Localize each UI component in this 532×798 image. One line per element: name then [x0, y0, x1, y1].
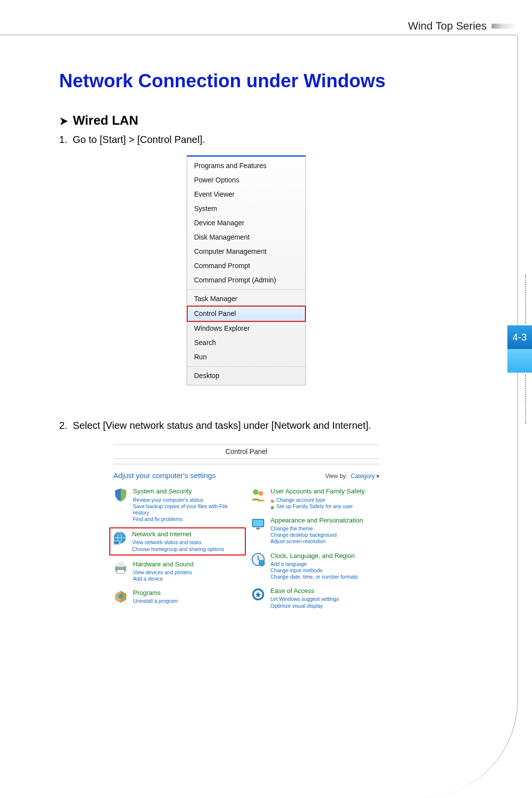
- section-heading-text: Wired LAN: [73, 113, 138, 128]
- svg-point-15: [259, 559, 265, 566]
- header-bar-icon: [492, 24, 517, 29]
- cp-category-head[interactable]: Clock, Language, and Region: [270, 552, 358, 560]
- start-menu: Programs and FeaturesPower OptionsEvent …: [187, 155, 306, 385]
- menu-item[interactable]: Computer Management: [187, 244, 305, 259]
- cp-sublink[interactable]: Review your computer's status: [133, 497, 242, 503]
- printer-icon: [113, 560, 128, 575]
- cp-category: System and SecurityReview your computer'…: [113, 487, 242, 522]
- cp-sublink[interactable]: Choose homegroup and sharing options: [132, 546, 224, 553]
- box-icon: [113, 589, 128, 604]
- cp-category: Appearance and PersonalizationChange the…: [251, 517, 379, 545]
- shield-icon: [113, 487, 128, 502]
- cp-category-head[interactable]: Appearance and Personalization: [270, 517, 363, 524]
- cp-category: Ease of AccessLet Windows suggest settin…: [251, 587, 379, 609]
- menu-item[interactable]: Disk Management: [187, 230, 305, 244]
- chevron-right-icon: ➤: [60, 115, 67, 128]
- cp-sublink[interactable]: Add a device: [133, 576, 194, 582]
- bullet-icon: [270, 505, 274, 509]
- start-menu-figure: Programs and FeaturesPower OptionsEvent …: [59, 155, 433, 385]
- cp-category: Clock, Language, and RegionAdd a languag…: [251, 552, 379, 581]
- cp-sublink[interactable]: Find and fix problems: [133, 516, 242, 522]
- menu-item[interactable]: Command Prompt: [187, 259, 305, 273]
- cp-category: Network and InternetView network status …: [111, 529, 244, 554]
- cp-category-head[interactable]: System and Security: [133, 487, 242, 495]
- cp-window-title: Control Panel: [113, 446, 379, 458]
- series-name: Wind Top Series: [408, 20, 487, 33]
- menu-item[interactable]: Windows Explorer: [187, 321, 305, 336]
- step-2: 2. Select [View network status and tasks…: [59, 420, 433, 431]
- cp-sublink[interactable]: Change account type: [270, 497, 365, 503]
- svg-point-10: [271, 506, 274, 509]
- page-title: Network Connection under Windows: [59, 69, 433, 93]
- svg-point-6: [118, 594, 123, 598]
- page-number: 4-3: [513, 332, 527, 343]
- svg-point-9: [271, 500, 274, 503]
- cp-sublink[interactable]: Change the theme: [270, 525, 363, 532]
- step-1-text: Go to [Start] > [Control Panel].: [73, 134, 205, 145]
- menu-item[interactable]: Run: [187, 350, 305, 364]
- svg-rect-5: [117, 569, 125, 573]
- cp-columns: System and SecurityReview your computer'…: [113, 487, 379, 616]
- cp-sublink[interactable]: Save backup copies of your files with Fi…: [133, 503, 242, 516]
- svg-rect-2: [114, 542, 119, 544]
- cp-category: User Accounts and Family SafetyChange ac…: [251, 487, 379, 510]
- page-header: Wind Top Series: [0, 20, 522, 33]
- cp-sublink[interactable]: Uninstall a program: [133, 598, 178, 604]
- menu-item[interactable]: Task Manager: [187, 292, 305, 306]
- cp-category-head[interactable]: Ease of Access: [270, 587, 339, 595]
- cp-top-bar: Adjust your computer's settings View by:…: [113, 471, 379, 480]
- svg-point-7: [253, 489, 259, 495]
- menu-item[interactable]: Event Viewer: [187, 187, 305, 202]
- side-dots-icon: [525, 275, 526, 324]
- section-heading: ➤Wired LAN: [59, 113, 433, 128]
- bullet-icon: [270, 498, 274, 502]
- cp-sublink[interactable]: Change desktop background: [270, 532, 363, 538]
- cp-viewby-label: View by:: [325, 473, 347, 480]
- svg-rect-4: [117, 562, 125, 566]
- svg-point-8: [259, 491, 263, 496]
- cp-viewby[interactable]: View by: Category ▾: [325, 473, 379, 480]
- cp-sublink[interactable]: View network status and tasks: [132, 539, 224, 546]
- users-icon: [251, 487, 266, 502]
- menu-item[interactable]: Control Panel: [187, 306, 305, 321]
- cp-category: ProgramsUninstall a program: [113, 589, 242, 604]
- cp-sublink[interactable]: Change date, time, or number formats: [270, 574, 358, 580]
- step-1: 1. Go to [Start] > [Control Panel].: [59, 134, 433, 145]
- svg-rect-13: [256, 527, 260, 529]
- svg-rect-12: [253, 520, 264, 526]
- cp-viewby-value: Category ▾: [351, 473, 379, 480]
- cp-category: Hardware and SoundView devices and print…: [113, 560, 242, 583]
- cp-sublink[interactable]: Set up Family Safety for any user: [270, 503, 365, 510]
- menu-item[interactable]: Power Options: [187, 173, 305, 187]
- monitor-icon: [251, 517, 266, 531]
- menu-item[interactable]: Search: [187, 336, 305, 350]
- cp-adjust-label: Adjust your computer's settings: [113, 471, 216, 480]
- menu-item[interactable]: Programs and Features: [187, 159, 305, 173]
- cp-category-head[interactable]: Network and Internet: [132, 530, 224, 538]
- ease-icon: [251, 587, 266, 602]
- globe-icon: [112, 530, 127, 545]
- cp-category-head[interactable]: Hardware and Sound: [133, 560, 194, 568]
- menu-item[interactable]: Desktop: [187, 369, 305, 383]
- step-2-text: Select [View network status and tasks] u…: [73, 420, 371, 431]
- cp-sublink[interactable]: Let Windows suggest settings: [270, 596, 339, 602]
- cp-category-head[interactable]: User Accounts and Family Safety: [270, 487, 365, 495]
- main-content: Network Connection under Windows ➤Wired …: [59, 69, 433, 628]
- cp-sublink[interactable]: Change input methods: [270, 567, 358, 574]
- cp-sublink[interactable]: View devices and printers: [133, 569, 194, 576]
- cp-category-head[interactable]: Programs: [133, 589, 178, 597]
- clock-icon: [251, 552, 266, 567]
- menu-item[interactable]: Command Prompt (Admin): [187, 273, 305, 287]
- cp-sublink[interactable]: Optimize visual display: [270, 603, 339, 609]
- menu-item[interactable]: Device Manager: [187, 216, 305, 230]
- cp-sublink[interactable]: Add a language: [270, 561, 358, 567]
- page-tab-accent: [507, 349, 532, 373]
- control-panel-figure: Control Panel Adjust your computer's set…: [108, 440, 384, 627]
- cp-sublink[interactable]: Adjust screen resolution: [270, 538, 363, 545]
- side-dots-icon: [525, 375, 526, 424]
- page-number-tab: 4-3: [507, 325, 532, 349]
- menu-item[interactable]: System: [187, 202, 305, 216]
